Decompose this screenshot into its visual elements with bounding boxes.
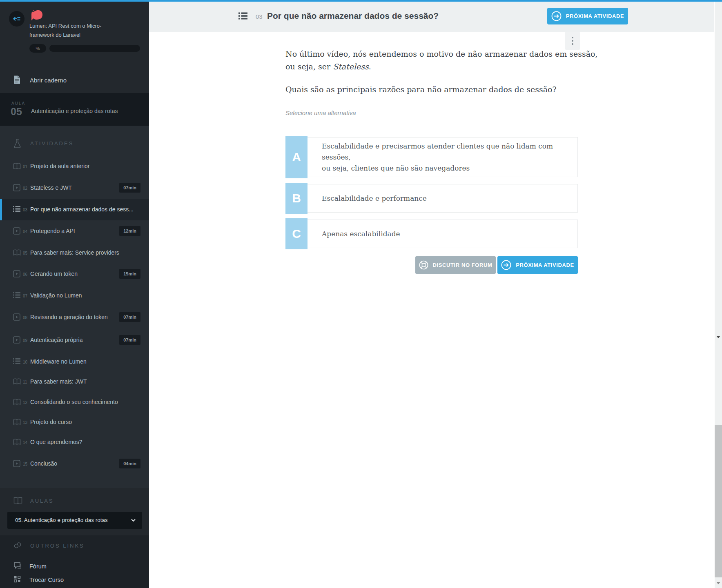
activity-title: Por que não armazenar dados de sess... (30, 206, 134, 213)
list-icon (13, 358, 20, 364)
lesson-banner-number: 05 (11, 106, 22, 118)
sidebar-item-06[interactable]: 06 Gerando um token 15min (0, 264, 149, 285)
book-icon (13, 398, 21, 406)
flask-icon (13, 139, 21, 148)
chat-icon (14, 562, 21, 569)
lesson-select-value: 05. Autenticação e proteção das rotas (15, 517, 108, 523)
sidebar-item-01[interactable]: 01 Projeto da aula anterior (0, 156, 149, 177)
progress-percent-badge: % (29, 44, 46, 53)
forum-lifebuoy-icon (419, 260, 428, 270)
activity-duration-badge: 07min (119, 335, 140, 345)
question-paragraph-2: Quais são as principais razões para não … (285, 85, 557, 94)
forum-link[interactable]: Fórum (0, 561, 149, 574)
video-icon (13, 270, 20, 277)
option-text-line1: Escalabilidade e performance (322, 193, 575, 204)
activity-title: Consolidando o seu conhecimento (30, 399, 118, 405)
activity-title: Para saber mais: JWT (30, 378, 87, 385)
activity-number: 14 (23, 440, 27, 445)
activity-title: Revisando a geração do token (30, 314, 108, 320)
sidebar-item-12[interactable]: 12 Consolidando o seu conhecimento (0, 392, 149, 413)
option-text: Escalabilidade e precisarmos atender cli… (322, 141, 575, 174)
activity-title: Autenticação própria (30, 337, 82, 343)
sidebar-item-14[interactable]: 14 O que aprendemos? (0, 432, 149, 453)
next-activity-button-top[interactable]: PRÓXIMA ATIVIDADE (547, 8, 628, 24)
select-alternative-hint: Selecione uma alternativa (285, 109, 356, 116)
activity-number: 07 (23, 294, 27, 298)
activity-number: 13 (23, 420, 27, 425)
activity-title: Middleware no Lumen (30, 358, 87, 365)
arrow-right-circle-icon (551, 11, 562, 21)
activity-number: 03 (23, 208, 27, 212)
video-icon (13, 184, 20, 191)
option-c[interactable]: C Apenas escalabilidade (285, 220, 578, 248)
list-icon (13, 206, 20, 212)
scroll-down-arrow[interactable] (716, 582, 720, 584)
scroll-down-arrow[interactable] (716, 336, 720, 338)
list-icon (238, 12, 247, 20)
kebab-dot (572, 40, 573, 42)
lesson-select-dropdown[interactable]: 05. Autenticação e proteção das rotas (7, 512, 142, 529)
course-title: Lumen: API Rest com o Micro- framework d… (29, 22, 107, 40)
link-icon (13, 541, 22, 549)
sidebar-item-15[interactable]: 15 Conclusão 04min (0, 453, 149, 475)
sidebar-item-11[interactable]: 11 Para saber mais: JWT (0, 371, 149, 393)
more-options-button[interactable] (565, 32, 580, 50)
activity-number: 02 (23, 186, 27, 191)
video-icon (13, 336, 20, 344)
book-icon (13, 438, 21, 446)
option-a[interactable]: A Escalabilidade e precisarmos atender c… (285, 137, 578, 177)
course-title-line2: framework do Laravel (29, 31, 107, 40)
grid-icon (14, 576, 21, 583)
sidebar-item-10[interactable]: 10 Middleware no Lumen (0, 351, 149, 373)
collapse-arrow-icon (13, 15, 21, 23)
activities-header: ATIVIDADES (0, 139, 149, 149)
option-text-line1: Apenas escalabilidade (322, 229, 575, 240)
sidebar-item-04[interactable]: 04 Protegendo a API 12min (0, 221, 149, 242)
question-line-2: ou seja, ser Stateless. (285, 60, 598, 73)
activity-number: 08 (23, 315, 27, 320)
sidebar-item-08[interactable]: 08 Revisando a geração do token 07min (0, 307, 149, 328)
sidebar-item-13[interactable]: 13 Projeto do curso (0, 412, 149, 433)
sidebar-item-09[interactable]: 09 Autenticação própria 07min (0, 330, 149, 351)
lesson-banner-label: AULA (11, 101, 25, 106)
forum-link-label: Fórum (29, 563, 47, 570)
collapse-sidebar-button[interactable] (9, 11, 25, 27)
book-icon (13, 378, 21, 385)
sidebar-item-07[interactable]: 07 Validação no Lumen (0, 285, 149, 306)
option-b[interactable]: B Escalabilidade e performance (285, 184, 578, 213)
option-letter-badge: A (285, 136, 308, 178)
option-letter-badge: B (285, 183, 308, 214)
activity-title: Para saber mais: Service providers (30, 249, 119, 256)
progress-bar (49, 45, 140, 52)
aulas-header: AULAS (0, 496, 149, 506)
discuss-forum-button[interactable]: DISCUTIR NO FORUM (415, 256, 496, 274)
book-icon (13, 249, 21, 256)
activity-number: 11 (23, 380, 27, 384)
activity-number: 05 (23, 251, 27, 255)
next-activity-button-bottom[interactable]: PRÓXIMA ATIVIDADE (497, 256, 578, 274)
sidebar-item-02[interactable]: 02 Stateless e JWT 07min (0, 178, 149, 199)
chevron-down-icon (131, 519, 136, 522)
activity-title: Gerando um token (30, 271, 78, 277)
activity-duration-badge: 07min (119, 312, 140, 322)
activity-number: 10 (23, 360, 27, 364)
open-notebook-button[interactable]: Abrir caderno (0, 72, 149, 90)
switch-course-link[interactable]: Trocar Curso (0, 574, 149, 587)
lesson-banner-title: Autenticação e proteção das rotas (31, 108, 118, 114)
video-icon (13, 313, 20, 321)
sidebar-item-05[interactable]: 05 Para saber mais: Service providers (0, 242, 149, 264)
activity-number: 15 (23, 462, 27, 466)
other-links-header: OUTROS LINKS (0, 541, 149, 551)
question-paragraph-1: No último vídeo, nós entendemos o motivo… (285, 48, 598, 73)
activity-number: 04 (23, 229, 27, 234)
sidebar-item-03-active[interactable]: 03 Por que não armazenar dados de sess..… (0, 199, 149, 220)
option-text: Escalabilidade e performance (322, 193, 575, 204)
arrow-right-circle-icon (501, 260, 511, 270)
option-letter-badge: C (285, 218, 308, 249)
kebab-dot (572, 43, 573, 45)
main-content: 03 Por que não armazenar dados de sessão… (149, 2, 722, 588)
document-icon (13, 75, 20, 84)
activity-header-bar: 03 Por que não armazenar dados de sessão… (149, 2, 714, 32)
scrollbar-thumb[interactable] (715, 425, 722, 577)
list-icon (13, 292, 20, 298)
